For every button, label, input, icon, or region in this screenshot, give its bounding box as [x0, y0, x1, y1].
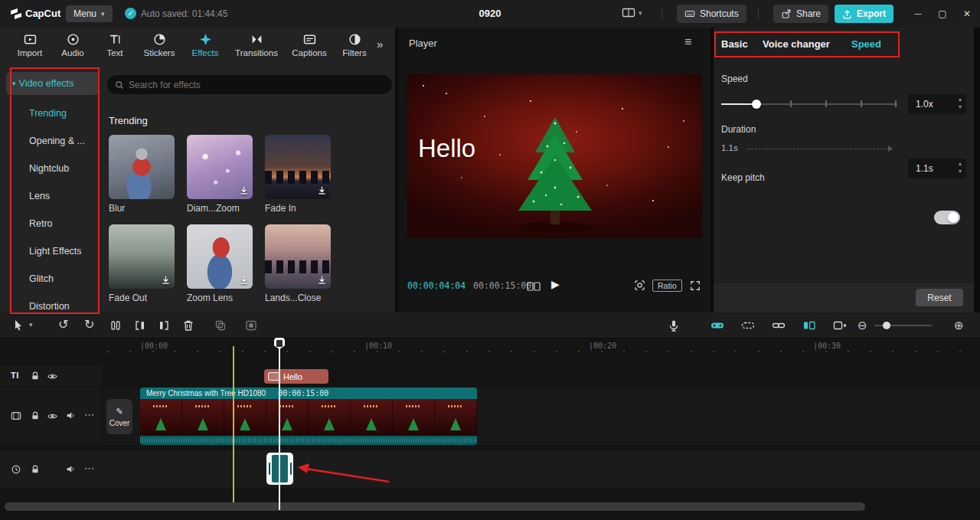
more-options-icon[interactable]: ⋯ [84, 409, 94, 420]
effects-search-bar[interactable] [107, 75, 392, 94]
tab-captions[interactable]: Captions [285, 28, 334, 57]
record-voiceover-icon[interactable] [668, 319, 680, 332]
ruler-mark: |00:20 [589, 342, 616, 350]
effect-card[interactable]: Zoom Lens [187, 224, 253, 303]
download-icon[interactable] [317, 275, 327, 285]
category-video-effects[interactable]: ▾ Video effects [6, 72, 100, 95]
download-icon[interactable] [317, 185, 327, 195]
tab-audio[interactable]: Audio [52, 28, 93, 57]
category-nightclub[interactable]: Nightclub [6, 155, 100, 182]
delete-icon[interactable] [182, 319, 194, 332]
share-button[interactable]: Share [773, 5, 828, 23]
snap-toggle-icon[interactable] [741, 319, 755, 332]
select-tool-caret-icon[interactable]: ▾ [29, 321, 33, 329]
tab-import[interactable]: Import [8, 28, 52, 57]
expand-tabs-icon[interactable]: » [377, 38, 383, 51]
search-input[interactable] [129, 80, 358, 90]
preview-axis-toggle-icon[interactable] [802, 319, 816, 332]
category-opening[interactable]: Opening & ... [6, 127, 100, 155]
eye-icon[interactable] [47, 371, 57, 381]
tab-text[interactable]: Text [93, 28, 136, 57]
ratio-button[interactable]: Ratio [652, 280, 682, 292]
link-toggle-icon[interactable] [772, 319, 786, 332]
effect-card[interactable]: Fade Out [109, 224, 175, 303]
video-clip[interactable]: Merry Christmas with Tree HD1080 00:00:1… [140, 388, 477, 445]
stepper-up-icon[interactable]: ▴ [959, 160, 962, 168]
speaker-icon[interactable] [66, 464, 76, 474]
more-options-icon[interactable]: ⋯ [84, 463, 94, 474]
delete-right-icon[interactable] [158, 319, 170, 332]
export-button[interactable]: Export [835, 5, 893, 23]
effect-card[interactable]: Blur [109, 135, 175, 214]
lock-icon[interactable] [31, 411, 40, 420]
effect-thumbnail-landscape-close [265, 224, 331, 289]
duplicate-icon[interactable] [214, 319, 227, 332]
timeline-zoom-knob[interactable] [883, 322, 890, 329]
effect-card[interactable]: Diam...Zoom [187, 135, 253, 214]
fullscreen-icon[interactable] [690, 280, 701, 291]
zoom-in-icon[interactable]: ⊕ [954, 319, 964, 332]
menu-button[interactable]: Menu ▾ [66, 5, 113, 22]
duration-stepper[interactable]: ▴ ▾ [959, 160, 962, 175]
delete-left-icon[interactable] [134, 319, 146, 332]
keep-pitch-toggle[interactable] [934, 211, 960, 224]
maximize-button[interactable]: ▢ [933, 5, 952, 23]
magnet-toggle-icon[interactable] [710, 319, 724, 332]
display-mode-button[interactable]: ▾ [622, 7, 642, 19]
category-light-effects[interactable]: Light Effects [6, 237, 100, 265]
eye-icon[interactable] [47, 411, 57, 421]
tab-filters[interactable]: Filters [334, 28, 375, 57]
cover-button[interactable]: ✎ Cover [106, 399, 132, 434]
tab-speed[interactable]: Speed [851, 38, 881, 50]
mask-icon[interactable] [245, 319, 257, 332]
lock-icon[interactable] [31, 465, 40, 474]
effect-card[interactable]: Lands...Close [265, 224, 331, 303]
speed-stepper[interactable]: ▴ ▾ [959, 96, 962, 111]
download-icon[interactable] [161, 275, 171, 285]
snapshot-icon[interactable] [634, 280, 645, 291]
effect-card[interactable]: Fade In [265, 135, 331, 214]
tab-transitions[interactable]: Transitions [228, 28, 285, 57]
stepper-up-icon[interactable]: ▴ [959, 96, 962, 103]
stepper-down-icon[interactable]: ▾ [959, 168, 962, 175]
undo-icon[interactable]: ↺ [58, 317, 68, 332]
text-clip[interactable]: Hello [264, 369, 328, 384]
tab-basic[interactable]: Basic [721, 38, 748, 50]
player-menu-icon[interactable]: ≡ [684, 35, 691, 49]
reset-button[interactable]: Reset [916, 289, 963, 306]
tab-voice-changer[interactable]: Voice changer [763, 38, 830, 50]
tab-stickers[interactable]: Stickers [136, 28, 182, 57]
timeline-scrollbar[interactable] [5, 502, 865, 511]
redo-icon[interactable]: ↻ [84, 317, 94, 332]
category-glitch[interactable]: Glitch [6, 265, 100, 293]
zoom-out-icon[interactable]: ⊖ [858, 319, 867, 332]
category-trending[interactable]: Trending [6, 100, 100, 127]
lock-icon[interactable] [31, 371, 40, 381]
duration-value-box[interactable]: 1.1s ▴ ▾ [908, 159, 966, 178]
tab-effects[interactable]: Effects [182, 28, 228, 57]
effect-clip-right-handle[interactable] [288, 453, 293, 485]
track-height-toggle-icon[interactable] [833, 319, 847, 332]
download-icon[interactable] [239, 185, 249, 195]
speaker-icon[interactable] [66, 410, 76, 420]
select-tool-icon[interactable] [12, 319, 24, 332]
frame-by-frame-icon[interactable] [527, 281, 541, 292]
download-icon[interactable] [239, 275, 249, 285]
shortcuts-button[interactable]: Shortcuts [677, 5, 746, 23]
preview-text-overlay[interactable]: Hello [418, 134, 475, 163]
marker-line-yellow [233, 346, 234, 509]
play-button[interactable]: ▶ [551, 278, 560, 290]
speed-slider-knob[interactable] [752, 100, 761, 109]
category-lens[interactable]: Lens [6, 182, 100, 210]
video-clip-title-bar: Merry Christmas with Tree HD1080 00:00:1… [140, 388, 477, 399]
playhead-handle[interactable] [274, 338, 285, 349]
stepper-down-icon[interactable]: ▾ [959, 103, 962, 111]
effect-clip-left-handle[interactable] [266, 453, 272, 485]
split-icon[interactable] [109, 319, 122, 332]
total-time: 00:00:15:00 [473, 280, 531, 291]
ruler-ticks[interactable] [107, 351, 974, 352]
minimize-button[interactable]: ─ [908, 5, 928, 23]
speed-value-box[interactable]: 1.0x ▴ ▾ [908, 94, 966, 114]
close-button[interactable]: ✕ [957, 5, 977, 23]
category-retro[interactable]: Retro [6, 210, 100, 237]
